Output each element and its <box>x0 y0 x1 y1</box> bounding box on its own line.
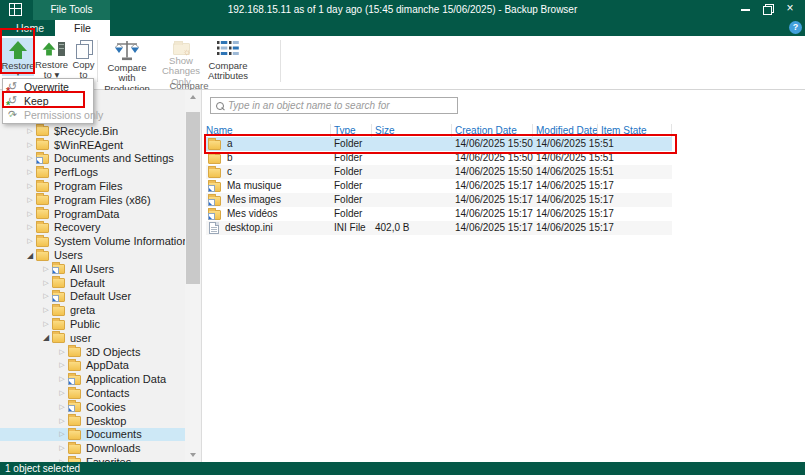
folder-icon <box>68 361 81 371</box>
expand-arrow-icon[interactable]: ▷ <box>24 141 36 149</box>
expand-arrow-icon[interactable]: ▷ <box>24 168 36 176</box>
folder-icon <box>68 444 81 454</box>
menu-item-overwrite[interactable]: ↺*Overwrite <box>3 80 93 94</box>
expand-arrow-icon[interactable]: ▷ <box>56 430 68 438</box>
tree-item-system-volume-information[interactable]: ▷System Volume Information <box>0 234 185 248</box>
tree-item-program-files[interactable]: ▷Program Files <box>0 179 185 193</box>
expand-arrow-icon[interactable]: ▷ <box>56 389 68 397</box>
expand-arrow-icon[interactable]: ▷ <box>56 444 68 452</box>
tree-item--winreagent[interactable]: ▷$WinREAgent <box>0 138 185 152</box>
scroll-down-arrow-icon[interactable] <box>185 448 201 462</box>
restore-button[interactable]: Restore ▾ <box>2 38 34 76</box>
attribute-list-icon <box>217 39 239 60</box>
compare-with-production-button[interactable]: Compare with Production <box>98 38 156 80</box>
tree-item-3d-objects[interactable]: ▷3D Objects <box>0 345 185 359</box>
tree-item-program-files-x86-[interactable]: ▷Program Files (x86) <box>0 193 185 207</box>
tree-item-cookies[interactable]: ▷Cookies <box>0 400 185 414</box>
expand-arrow-icon[interactable]: ▷ <box>24 127 36 135</box>
expand-arrow-icon[interactable]: ▷ <box>24 154 36 162</box>
minimize-button[interactable] <box>735 0 757 18</box>
column-header-type[interactable]: Type <box>331 124 372 137</box>
search-box[interactable] <box>210 97 458 114</box>
tab-file[interactable]: File <box>55 20 110 36</box>
list-row-mes-images[interactable]: Mes imagesFolder14/06/2025 15:1714/06/20… <box>206 193 672 207</box>
tree-item-documents-and-settings[interactable]: ▷Documents and Settings <box>0 152 185 166</box>
cell-creation-date: 14/06/2025 15:17 <box>452 207 533 221</box>
expand-arrow-icon[interactable]: ▷ <box>24 182 36 190</box>
expand-arrow-icon[interactable]: ▷ <box>24 210 36 218</box>
tree-item-application-data[interactable]: ▷Application Data <box>0 372 185 386</box>
scrollbar-thumb[interactable] <box>186 112 200 284</box>
tree-item-label: greta <box>70 304 95 316</box>
expand-arrow-icon[interactable]: ▷ <box>40 279 52 287</box>
expand-arrow-icon[interactable]: ▷ <box>24 237 36 245</box>
tree-scrollbar[interactable] <box>185 90 201 462</box>
tree-item-all-users[interactable]: ▷All Users <box>0 262 185 276</box>
folder-icon <box>36 168 49 178</box>
tree-item-default-user[interactable]: ▷Default User <box>0 290 185 304</box>
tree-item--recycle-bin[interactable]: ▷$Recycle.Bin <box>0 124 185 138</box>
expand-arrow-icon[interactable]: ▷ <box>56 361 68 369</box>
list-row-a[interactable]: aFolder14/06/2025 15:5014/06/2025 15:51 <box>206 137 672 151</box>
expand-arrow-icon[interactable]: ▷ <box>40 320 52 328</box>
expand-arrow-icon[interactable]: ▷ <box>56 348 68 356</box>
file-name-label: desktop.ini <box>225 221 273 235</box>
collapse-arrow-icon[interactable]: ◢ <box>24 251 36 260</box>
tree-item-public[interactable]: ▷Public <box>0 317 185 331</box>
tree-item-user[interactable]: ◢user <box>0 331 185 345</box>
help-button[interactable]: ? <box>789 21 802 34</box>
list-row-mes-vid-os[interactable]: Mes vidéosFolder14/06/2025 15:1714/06/20… <box>206 207 672 221</box>
copy-to-button[interactable]: Copy to <box>69 38 98 80</box>
tree-item-perflogs[interactable]: ▷PerfLogs <box>0 165 185 179</box>
expand-arrow-icon[interactable]: ▷ <box>56 403 68 411</box>
tree-item-contacts[interactable]: ▷Contacts <box>0 386 185 400</box>
column-header-item-state[interactable]: Item State <box>598 124 672 137</box>
expand-arrow-icon[interactable]: ▷ <box>40 292 52 300</box>
menu-item-label: Overwrite <box>24 81 69 93</box>
show-changes-only-button[interactable]: ☼ Show Changes Only <box>158 38 204 80</box>
menu-item-keep[interactable]: ↺*Keep <box>3 94 93 108</box>
list-row-desktop-ini[interactable]: desktop.iniINI File402,0 B14/06/2025 15:… <box>206 221 672 235</box>
tree-item-downloads[interactable]: ▷Downloads <box>0 441 185 455</box>
list-row-c[interactable]: cFolder14/06/2025 15:5014/06/2025 15:51 <box>206 165 672 179</box>
list-row-ma-musique[interactable]: Ma musiqueFolder14/06/2025 15:1714/06/20… <box>206 179 672 193</box>
column-header-size[interactable]: Size <box>372 124 452 137</box>
tree-item-users[interactable]: ◢Users <box>0 248 185 262</box>
restore-to-button[interactable]: Restore to ▾ <box>36 38 67 80</box>
column-header-creation-date[interactable]: Creation Date <box>452 124 533 137</box>
tree-item-documents[interactable]: ▷Documents <box>0 428 185 442</box>
tree-item-default[interactable]: ▷Default <box>0 276 185 290</box>
expand-arrow-icon[interactable]: ▷ <box>24 196 36 204</box>
menu-item-label: Keep <box>24 95 49 107</box>
shortcut-folder-icon <box>52 292 65 302</box>
expand-arrow-icon[interactable]: ▷ <box>40 265 52 273</box>
close-button[interactable]: × <box>779 0 801 18</box>
tree-item-appdata[interactable]: ▷AppData <box>0 359 185 373</box>
search-input[interactable] <box>228 100 457 111</box>
tree-item-desktop[interactable]: ▷Desktop <box>0 414 185 428</box>
tree-item-label: Program Files (x86) <box>54 194 151 206</box>
tree-item-label: Desktop <box>86 415 126 427</box>
restore-window-button[interactable] <box>757 0 779 18</box>
list-row-b[interactable]: bFolder14/06/2025 15:5014/06/2025 15:51 <box>206 151 672 165</box>
column-header-modified-date[interactable]: Modified Date <box>533 124 598 137</box>
shortcut-folder-icon <box>68 402 81 412</box>
tree-item-recovery[interactable]: ▷Recovery <box>0 221 185 235</box>
cell-size: 402,0 B <box>372 221 452 235</box>
tree-item-programdata[interactable]: ▷ProgramData <box>0 207 185 221</box>
expand-arrow-icon[interactable]: ▷ <box>40 306 52 314</box>
tab-home[interactable]: Home <box>8 20 52 36</box>
compare-attributes-button[interactable]: Compare Attributes <box>206 38 250 80</box>
expand-arrow-icon[interactable]: ▷ <box>56 375 68 383</box>
collapse-arrow-icon[interactable]: ◢ <box>40 333 52 342</box>
menu-item-permissions-only[interactable]: ↷✓Permissions only <box>3 108 93 122</box>
scroll-up-arrow-icon[interactable] <box>185 90 201 104</box>
expand-arrow-icon[interactable]: ▷ <box>56 417 68 425</box>
tree-item-favorites[interactable]: ▷Favorites <box>0 455 185 462</box>
cell-type: Folder <box>331 193 372 207</box>
tree-item-label: $Recycle.Bin <box>54 125 118 137</box>
shortcut-folder-icon <box>208 210 221 220</box>
expand-arrow-icon[interactable]: ▷ <box>24 223 36 231</box>
tree-item-greta[interactable]: ▷greta <box>0 303 185 317</box>
column-header-name[interactable]: Name <box>206 124 331 137</box>
